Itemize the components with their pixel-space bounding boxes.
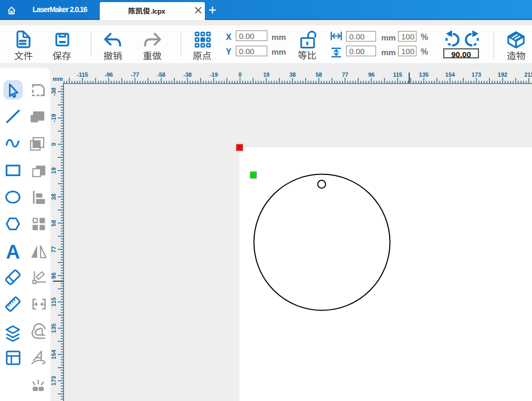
svg-text:135: 135 <box>419 71 429 78</box>
svg-text:38: 38 <box>289 71 296 78</box>
svg-text:173: 173 <box>50 376 57 385</box>
svg-text:96: 96 <box>368 71 374 78</box>
svg-text:-38: -38 <box>183 71 192 78</box>
svg-text:135: 135 <box>50 323 57 333</box>
svg-text:mm: mm <box>53 76 63 82</box>
svg-text:-38: -38 <box>50 88 57 96</box>
svg-text:-58: -58 <box>157 71 165 78</box>
svg-text:192: 192 <box>498 71 507 78</box>
svg-text:-19: -19 <box>50 114 57 122</box>
svg-text:-115: -115 <box>77 71 88 78</box>
svg-text:173: 173 <box>472 71 481 78</box>
svg-text:96: 96 <box>50 272 57 279</box>
svg-text:38: 38 <box>50 193 57 200</box>
svg-text:0: 0 <box>238 71 242 78</box>
svg-text:58: 58 <box>50 220 57 226</box>
svg-text:154: 154 <box>50 349 57 359</box>
svg-text:-77: -77 <box>131 71 139 78</box>
svg-text:58: 58 <box>316 71 322 78</box>
svg-text:A: A <box>6 241 20 263</box>
svg-text:77: 77 <box>342 71 348 78</box>
svg-text:115: 115 <box>393 71 402 78</box>
svg-text:211: 211 <box>524 71 532 78</box>
svg-text:19: 19 <box>50 167 57 173</box>
svg-text:19: 19 <box>263 71 269 78</box>
svg-text:-19: -19 <box>210 71 218 78</box>
svg-text:115: 115 <box>50 297 57 307</box>
svg-text:77: 77 <box>50 246 57 252</box>
svg-text:-96: -96 <box>105 71 113 78</box>
svg-text:0: 0 <box>50 142 57 146</box>
svg-text:154: 154 <box>445 71 455 78</box>
